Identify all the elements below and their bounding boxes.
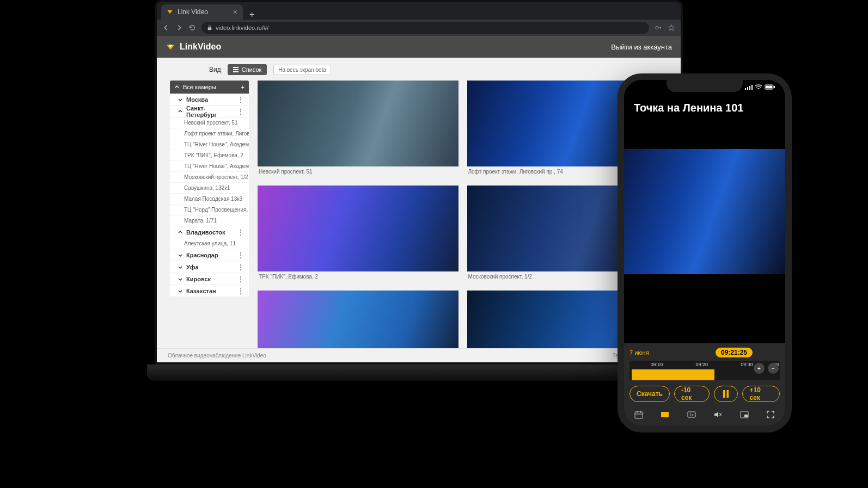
add-icon[interactable]: + (241, 84, 244, 90)
nav-back-icon[interactable] (162, 24, 170, 32)
svg-text:1x: 1x (689, 413, 694, 417)
svg-rect-15 (661, 412, 669, 417)
svg-rect-8 (751, 85, 753, 90)
svg-point-2 (656, 26, 658, 29)
sidebar-group-label: Кировск (186, 276, 211, 282)
sidebar-group-label: Санкт-Петербург (186, 105, 234, 118)
list-icon (233, 67, 239, 72)
timeline-tick: 09:30 (741, 362, 753, 367)
zoom-in-icon[interactable]: + (754, 363, 765, 374)
chevron-icon (178, 252, 183, 258)
reload-icon[interactable] (188, 24, 196, 32)
sidebar-camera-item[interactable]: Алеутская улица, 11 (170, 238, 249, 249)
sidebar-group[interactable]: Кировск⋮ (170, 273, 249, 285)
camera-card[interactable]: ТРК "ПИК", Ефимова, 2 (258, 186, 459, 282)
camera-sidebar: Все камеры + Москва⋮Санкт-Петербург⋮Невс… (170, 81, 249, 362)
sidebar-root[interactable]: Все камеры + (170, 81, 249, 94)
battery-icon (765, 84, 775, 90)
phone-notch (667, 80, 743, 92)
sidebar-camera-item[interactable]: ТЦ "Норд" Просвещения, 19 (170, 205, 249, 215)
new-tab-button[interactable]: + (249, 10, 254, 20)
tab-close-icon[interactable]: × (233, 8, 237, 16)
pause-button[interactable] (714, 386, 738, 402)
chevron-icon (178, 97, 183, 102)
sidebar-group[interactable]: Москва⋮ (170, 94, 249, 106)
view-list-button[interactable]: Список (228, 64, 267, 75)
sidebar-camera-item[interactable]: Марата, 1/71 (170, 215, 249, 226)
sidebar-root-label: Все камеры (183, 84, 216, 90)
svg-rect-6 (747, 87, 748, 90)
sidebar-group-label: Уфа (186, 264, 199, 270)
app-header: LinkVideo Выйти из аккаунта (157, 36, 681, 58)
back-10s-button[interactable]: -10 сек (674, 386, 710, 402)
url-field[interactable]: video.linkvideo.ru/#/ (201, 22, 649, 34)
fullscreen-button[interactable]: На весь экран beta (273, 65, 331, 75)
pip-icon[interactable] (738, 409, 750, 421)
browser-toolbar: video.linkvideo.ru/#/ (157, 20, 681, 36)
calendar-icon[interactable] (633, 409, 645, 421)
svg-rect-10 (766, 86, 773, 89)
star-icon[interactable] (668, 24, 675, 32)
download-button[interactable]: Скачать (629, 386, 670, 402)
favicon-icon (167, 9, 173, 15)
sidebar-camera-item[interactable]: ТЦ "River House", Академика ... (170, 139, 249, 150)
signout-link[interactable]: Выйти из аккаунта (611, 43, 672, 51)
sidebar-group-label: Владивосток (186, 229, 225, 236)
zoom-out-icon[interactable]: − (768, 363, 779, 374)
wifi-icon (755, 84, 762, 90)
more-icon[interactable]: ⋮ (237, 265, 244, 269)
fullscreen-label: На весь экран beta (278, 67, 326, 73)
tab-title: Link Video (178, 8, 208, 16)
camera-thumb (258, 186, 459, 271)
camera-card[interactable]: Невский проспект, 51 (258, 81, 459, 177)
quality-icon[interactable] (659, 409, 671, 421)
sidebar-camera-item[interactable]: Лофт проект этажи, Лиговски... (170, 128, 249, 139)
sidebar-camera-item[interactable]: ТЦ "River House", Академика ... (170, 161, 249, 172)
page-body: Вид Список На весь экран beta Все камеры… (157, 58, 681, 362)
phone-title: Точка на Ленина 101 (624, 94, 785, 122)
signal-icon (745, 84, 753, 90)
phone-video-frame[interactable] (624, 149, 785, 274)
timeline-time-badge: 09:21:25 (716, 348, 753, 357)
svg-rect-13 (727, 390, 729, 398)
more-icon[interactable]: ⋮ (237, 277, 244, 281)
fullscreen-icon[interactable] (765, 409, 777, 421)
sidebar-group[interactable]: Владивосток⋮ (170, 226, 249, 238)
footer-left: Облачное видеонаблюдение LinkVideo (168, 353, 266, 359)
sidebar-group[interactable]: Уфа⋮ (170, 261, 249, 273)
key-icon[interactable] (655, 24, 662, 32)
view-list-label: Список (242, 66, 262, 73)
more-icon[interactable]: ⋮ (237, 230, 244, 234)
sidebar-camera-item[interactable]: Малая Посадская 13к3 (170, 194, 249, 205)
sidebar-camera-item[interactable]: Невский проспект, 51 (170, 118, 249, 128)
logo-text: LinkVideo (180, 42, 221, 52)
sidebar-camera-item[interactable]: ТРК "ПИК", Ефимова, 2 (170, 150, 249, 161)
browser-tab[interactable]: Link Video × (161, 4, 243, 20)
sidebar-camera-item[interactable]: Московский проспект, 1/2 (170, 172, 249, 183)
chevron-up-icon (174, 84, 180, 90)
svg-rect-11 (774, 86, 775, 88)
more-icon[interactable]: ⋮ (237, 289, 244, 293)
speed-icon[interactable]: 1x (686, 409, 698, 421)
sidebar-camera-item[interactable]: Савушкина, 132к1 (170, 183, 249, 194)
more-icon[interactable]: ⋮ (237, 253, 244, 257)
laptop-screen: Link Video × + video.linkvideo.ru/#/ (155, 0, 683, 365)
laptop-mockup: Link Video × + video.linkvideo.ru/#/ (147, 0, 690, 392)
more-icon[interactable]: ⋮ (237, 97, 244, 102)
forward-10s-button[interactable]: +10 сек (742, 386, 780, 402)
timeline-tick: 09:10 (651, 362, 663, 367)
svg-rect-19 (744, 415, 748, 417)
camera-thumb (258, 81, 459, 166)
camera-caption: Невский проспект, 51 (258, 166, 459, 177)
svg-rect-12 (723, 390, 725, 398)
sidebar-group[interactable]: Санкт-Петербург⋮ (170, 106, 249, 118)
app-logo[interactable]: LinkVideo (166, 42, 221, 52)
sidebar-group[interactable]: Казахстан⋮ (170, 285, 249, 297)
mute-icon[interactable] (712, 409, 724, 421)
sidebar-group[interactable]: Краснодар⋮ (170, 249, 249, 261)
nav-forward-icon[interactable] (175, 24, 183, 32)
phone-controls: 7 июня 09:21:25 09:10 09:20 09:30 09 + −… (624, 343, 785, 426)
timeline-date: 7 июня (629, 349, 649, 356)
more-icon[interactable]: ⋮ (237, 109, 244, 114)
timeline-tick: 09:20 (695, 362, 708, 367)
